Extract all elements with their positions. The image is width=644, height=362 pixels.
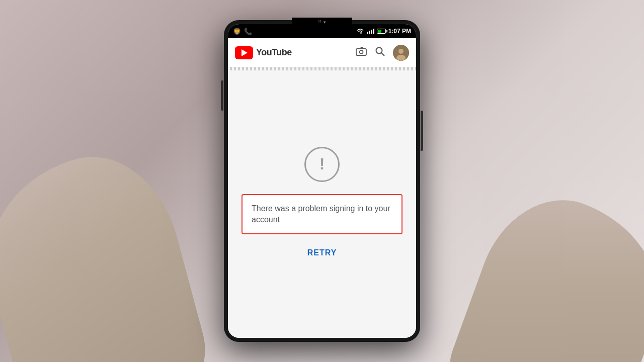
signal-bar-4 — [373, 29, 374, 34]
drag-handle: ⠿ ▾ — [292, 18, 352, 27]
status-bar-left: 🦁 📞 — [233, 28, 252, 35]
app-bar-icons — [356, 45, 409, 61]
wifi-icon — [356, 28, 364, 34]
battery-fill — [378, 30, 381, 33]
svg-rect-0 — [356, 49, 366, 55]
signal-bar-3 — [371, 30, 372, 34]
youtube-icon — [235, 46, 253, 59]
uc-browser-icon: 🦁 — [233, 28, 241, 35]
error-message-text: There was a problem signing in to your a… — [252, 203, 392, 226]
svg-point-6 — [398, 49, 404, 54]
error-icon-wrapper: ! — [304, 147, 340, 182]
whatsapp-icon: 📞 — [244, 28, 252, 35]
status-time: 1:07 PM — [388, 28, 411, 35]
phone-screen: 🦁 📞 — [228, 24, 416, 338]
app-bar: YouTube — [228, 38, 416, 67]
youtube-logo: YouTube — [235, 46, 292, 59]
error-message-box: There was a problem signing in to your a… — [242, 194, 403, 235]
signal-bar-1 — [367, 32, 368, 34]
svg-marker-1 — [360, 47, 364, 49]
svg-point-3 — [376, 48, 382, 54]
camera-icon[interactable] — [356, 47, 367, 58]
svg-point-2 — [360, 50, 363, 54]
signal-bar-2 — [369, 31, 370, 34]
signal-bars — [367, 29, 374, 34]
app-content: ! There was a problem signing in to your… — [228, 70, 416, 338]
status-bar-right: 1:07 PM — [356, 28, 411, 35]
phone-device: ⠿ ▾ 🦁 📞 — [224, 20, 420, 342]
user-avatar[interactable] — [393, 45, 409, 61]
search-icon[interactable] — [375, 46, 385, 59]
error-circle-icon: ! — [304, 147, 340, 182]
svg-point-7 — [396, 55, 406, 61]
drag-chevron-icon: ▾ — [324, 20, 326, 25]
exclamation-icon: ! — [319, 155, 325, 173]
hand-left — [0, 139, 216, 362]
youtube-text: YouTube — [256, 47, 292, 58]
phone-wrapper: ⠿ ▾ 🦁 📞 — [224, 20, 420, 342]
retry-button[interactable]: RETRY — [297, 244, 347, 261]
youtube-play-triangle — [242, 49, 248, 56]
hand-right — [438, 179, 644, 362]
battery-icon — [377, 29, 386, 34]
drag-grid-icon: ⠿ — [318, 20, 321, 25]
svg-line-4 — [381, 53, 384, 56]
